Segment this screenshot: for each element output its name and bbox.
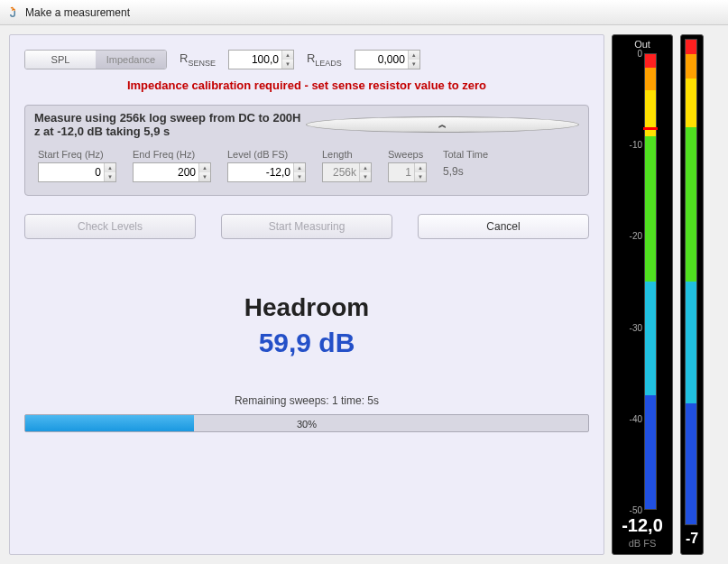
sweeps-up[interactable]: ▲ [415, 163, 426, 172]
rleads-field[interactable] [355, 51, 408, 69]
warning-text: Impedance calibration required - set sen… [24, 79, 589, 92]
level-field[interactable] [228, 163, 293, 181]
meter-bar [644, 53, 657, 510]
length-up[interactable]: ▲ [360, 163, 371, 172]
sweeps-input[interactable]: ▲▼ [388, 162, 427, 182]
rsense-label: RSENSE [180, 51, 216, 68]
headroom-value: 59,9 dB [24, 328, 589, 358]
headroom-block: Headroom 59,9 dB [24, 293, 589, 358]
rleads-input[interactable]: ▲ ▼ [355, 50, 420, 69]
sweeps-down[interactable]: ▼ [415, 172, 426, 181]
meter-unit: dB FS [629, 538, 657, 549]
length-label: Length [322, 149, 372, 160]
end-freq-up[interactable]: ▲ [199, 163, 210, 172]
end-freq-down[interactable]: ▼ [199, 172, 210, 181]
meter-readout: -12,0 [622, 515, 663, 536]
end-freq-input[interactable]: ▲▼ [133, 162, 211, 182]
window-title: Make a measurement [25, 6, 130, 19]
totaltime-value: 5,9s [443, 162, 488, 178]
end-freq-field[interactable] [134, 163, 198, 181]
collapse-icon[interactable]: ︽ [306, 116, 579, 133]
length-input[interactable]: ▲▼ [322, 162, 372, 182]
length-field [323, 163, 359, 181]
rleads-label: RLEADS [307, 51, 342, 68]
start-freq-up[interactable]: ▲ [105, 163, 115, 172]
check-levels-button[interactable]: Check Levels [24, 214, 196, 239]
cancel-button[interactable]: Cancel [418, 214, 589, 239]
start-freq-field[interactable] [39, 163, 104, 181]
java-icon [5, 5, 20, 20]
params-summary: Measure using 256k log sweep from DC to … [34, 111, 306, 138]
progress-bar: 30% [24, 414, 589, 432]
meter-mark [643, 127, 658, 130]
level-up[interactable]: ▲ [294, 163, 305, 172]
totaltime-label: Total Time [443, 149, 488, 160]
in-meter-partial: -7 [680, 34, 704, 555]
level-input[interactable]: ▲▼ [227, 162, 306, 182]
out-meter: Out 0 -10 -20 -30 -40 -50 -12,0 dB FS [612, 34, 673, 555]
start-measuring-button[interactable]: Start Measuring [221, 214, 392, 239]
in-meter-readout: -7 [686, 531, 698, 547]
length-down[interactable]: ▼ [360, 172, 371, 181]
headroom-title: Headroom [24, 293, 589, 322]
mode-toggle: SPL Impedance [24, 50, 167, 69]
start-freq-down[interactable]: ▼ [105, 172, 115, 181]
meter-ticks: 0 -10 -20 -30 -40 -50 [619, 53, 644, 510]
rleads-down[interactable]: ▼ [409, 60, 419, 69]
sweeps-label: Sweeps [388, 149, 427, 160]
titlebar: Make a measurement [0, 0, 728, 25]
rleads-up[interactable]: ▲ [409, 51, 419, 60]
start-freq-label: Start Freq (Hz) [38, 149, 116, 160]
rsense-up[interactable]: ▲ [282, 51, 293, 60]
end-freq-label: End Freq (Hz) [133, 149, 211, 160]
progress-text: 30% [25, 415, 588, 433]
level-down[interactable]: ▼ [294, 172, 305, 181]
rsense-input[interactable]: ▲ ▼ [228, 50, 294, 69]
in-meter-bar [685, 39, 697, 525]
rsense-field[interactable] [229, 51, 281, 69]
impedance-toggle[interactable]: Impedance [96, 51, 166, 69]
start-freq-input[interactable]: ▲▼ [38, 162, 116, 182]
sweeps-field [389, 163, 414, 181]
status-text: Remaining sweeps: 1 time: 5s [24, 394, 589, 407]
params-panel: Measure using 256k log sweep from DC to … [24, 105, 589, 196]
spl-toggle[interactable]: SPL [25, 51, 96, 69]
level-label: Level (dB FS) [227, 149, 306, 160]
main-panel: SPL Impedance RSENSE ▲ ▼ RLEADS ▲ ▼ Imp [9, 34, 604, 555]
rsense-down[interactable]: ▼ [282, 60, 293, 69]
